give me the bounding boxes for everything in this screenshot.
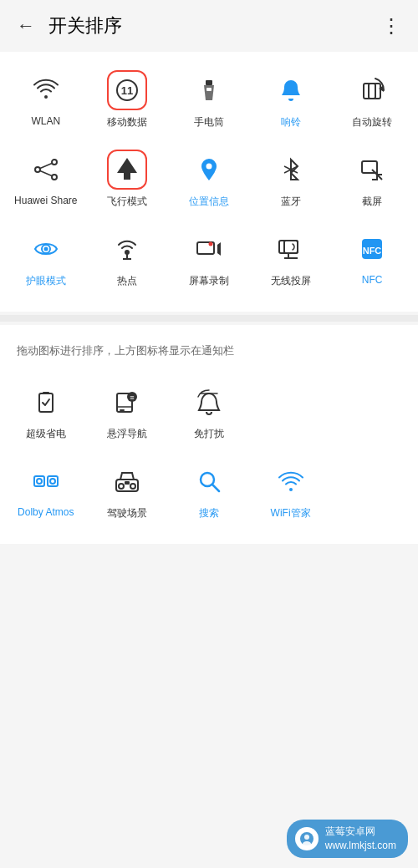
icon-item-hotspot[interactable]: 热点	[89, 219, 167, 295]
screen-record-icon	[196, 236, 222, 262]
ringtone-icon	[278, 77, 304, 104]
wlan-icon	[33, 77, 59, 104]
airplane-icon	[114, 156, 140, 183]
icon-item-wifi-manager[interactable]: WiFi管家	[252, 451, 330, 527]
drive-scene-icon-box	[107, 461, 147, 501]
wireless-display-icon-box	[271, 229, 311, 269]
search-label: 搜索	[199, 506, 219, 520]
eye-care-label: 护眼模式	[26, 274, 66, 288]
svg-point-9	[52, 160, 57, 165]
svg-marker-24	[217, 242, 221, 256]
icon-item-airplane[interactable]: 飞行模式	[89, 140, 167, 216]
watermark-logo	[295, 827, 319, 850]
mobile-data-label: 移动数据	[107, 115, 147, 129]
huawei-share-icon-box	[26, 150, 66, 190]
wlan-label: WLAN	[31, 115, 60, 127]
svg-rect-2	[206, 80, 212, 85]
svg-point-52	[303, 841, 311, 846]
svg-line-11	[40, 164, 52, 169]
airplane-icon-box	[107, 150, 147, 190]
wireless-display-icon	[278, 236, 304, 262]
header: ← 开关排序 ⋮	[0, 0, 418, 52]
inactive-icon-grid: 超级省电 ≡ 悬浮导航	[0, 372, 418, 527]
active-section: WLAN 11 移动数据 手电筒	[0, 52, 418, 312]
icon-item-search[interactable]: 搜索	[170, 451, 248, 527]
icon-item-ringtone[interactable]: 响铃	[252, 60, 330, 136]
inactive-section: 拖动图标进行排序，上方图标将显示在通知栏 超级省电 ≡	[0, 325, 418, 544]
icon-item-wlan[interactable]: WLAN	[7, 60, 85, 136]
icon-item-nfc[interactable]: NFC NFC	[333, 219, 411, 295]
icon-item-float-nav[interactable]: ≡ 悬浮导航	[89, 372, 167, 448]
watermark-text-block: 蓝莓安卓网 www.lmkjst.com	[325, 825, 396, 853]
icon-item-super-save[interactable]: 超级省电	[7, 372, 85, 448]
section-divider	[0, 315, 418, 322]
wifi-manager-icon	[278, 468, 304, 495]
bluetooth-label: 蓝牙	[281, 195, 301, 209]
svg-point-13	[206, 164, 212, 170]
location-icon	[196, 156, 222, 183]
icon-item-mobile-data[interactable]: 11 移动数据	[89, 60, 167, 136]
search-icon-box	[189, 461, 229, 501]
float-nav-label: 悬浮导航	[107, 427, 147, 441]
watermark: 蓝莓安卓网 www.lmkjst.com	[287, 820, 408, 858]
drive-scene-label: 驾驶场景	[107, 506, 147, 520]
icon-item-dolby[interactable]: Dolby Atmos	[7, 451, 85, 527]
more-options-button[interactable]: ⋮	[381, 14, 401, 38]
mobile-data-icon-box: 11	[107, 70, 147, 110]
location-icon-box	[189, 150, 229, 190]
airplane-label: 飞行模式	[107, 195, 147, 209]
svg-text:NFC: NFC	[363, 246, 382, 256]
hotspot-label: 热点	[117, 274, 137, 288]
svg-rect-41	[48, 476, 58, 486]
bluetooth-icon-box	[271, 150, 311, 190]
icon-item-drive-scene[interactable]: 驾驶场景	[89, 451, 167, 527]
hotspot-icon	[114, 236, 140, 262]
float-nav-icon: ≡	[114, 388, 140, 415]
bluetooth-icon	[278, 156, 304, 183]
svg-line-12	[40, 171, 52, 176]
icon-item-flashlight[interactable]: 手电筒	[170, 60, 248, 136]
svg-text:11: 11	[121, 84, 133, 97]
svg-point-19	[43, 247, 48, 251]
svg-point-51	[304, 835, 309, 840]
icon-item-auto-rotate[interactable]: 自动旋转	[333, 60, 411, 136]
flashlight-icon-box	[189, 70, 229, 110]
ringtone-label: 响铃	[281, 115, 301, 129]
wireless-display-label: 无线投屏	[271, 274, 311, 288]
no-disturb-label: 免打扰	[194, 427, 224, 441]
watermark-site: 蓝莓安卓网	[325, 825, 396, 839]
mobile-data-icon: 11	[114, 77, 140, 104]
auto-rotate-icon	[359, 77, 385, 104]
back-button[interactable]: ←	[17, 15, 35, 37]
screenshot-label: 截屏	[362, 195, 382, 209]
icon-item-screen-record[interactable]: 屏幕录制	[170, 219, 248, 295]
svg-point-25	[208, 242, 212, 246]
location-label: 位置信息	[189, 195, 229, 209]
icon-item-bluetooth[interactable]: 蓝牙	[252, 140, 330, 216]
icon-item-wireless-display[interactable]: 无线投屏	[252, 219, 330, 295]
svg-point-42	[37, 479, 42, 484]
screen-record-label: 屏幕录制	[189, 274, 229, 288]
svg-point-10	[52, 175, 57, 180]
icon-item-eye-care[interactable]: 护眼模式	[7, 219, 85, 295]
auto-rotate-label: 自动旋转	[352, 115, 392, 129]
svg-line-49	[212, 485, 219, 491]
svg-point-8	[35, 167, 40, 172]
icon-item-no-disturb[interactable]: 免打扰	[170, 372, 248, 448]
flashlight-label: 手电筒	[194, 115, 224, 129]
ringtone-icon-box	[271, 70, 311, 110]
header-left: ← 开关排序	[17, 13, 122, 38]
section-hint: 拖动图标进行排序，上方图标将显示在通知栏	[0, 333, 418, 372]
float-nav-icon-box: ≡	[107, 382, 147, 422]
wifi-manager-icon-box	[271, 461, 311, 501]
screenshot-icon-box	[352, 150, 392, 190]
dolby-icon	[33, 468, 59, 495]
huawei-share-icon	[33, 156, 59, 183]
icon-item-huawei-share[interactable]: Huawei Share	[7, 140, 85, 216]
hotspot-icon-box	[107, 229, 147, 269]
svg-rect-4	[206, 88, 212, 91]
svg-text:≡: ≡	[130, 393, 135, 402]
icon-item-location[interactable]: 位置信息	[170, 140, 248, 216]
eye-care-icon-box	[26, 229, 66, 269]
icon-item-screenshot[interactable]: 截屏	[333, 140, 411, 216]
